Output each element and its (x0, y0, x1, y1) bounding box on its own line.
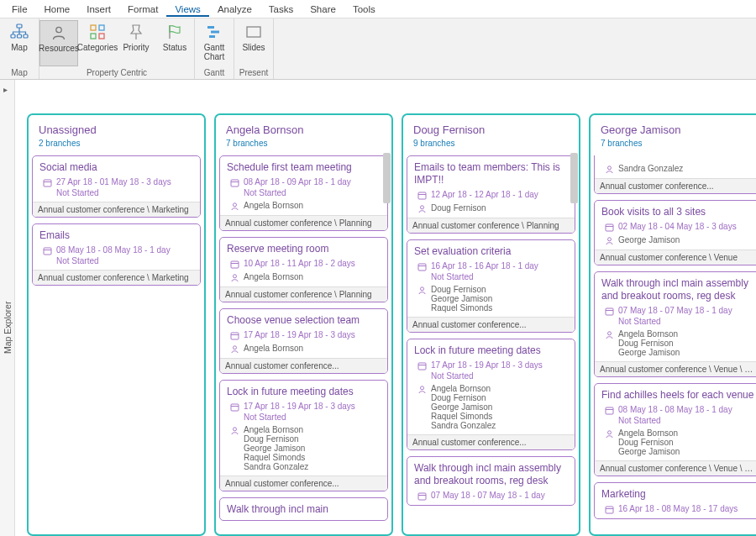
ribbon-btn-label: Status (163, 43, 186, 52)
menu-tasks[interactable]: Tasks (260, 2, 302, 17)
person-icon (50, 24, 68, 42)
column-branch-count[interactable]: 2 branches (39, 139, 194, 148)
map-icon (10, 23, 29, 41)
svg-rect-30 (418, 192, 426, 199)
card-date-row: 17 Apr 18 - 19 Apr 18 - 3 days (227, 402, 381, 412)
menu-share[interactable]: Share (302, 2, 344, 17)
person-icon (230, 344, 239, 354)
card-date: 12 Apr 18 - 12 Apr 18 - 1 day (431, 190, 538, 199)
task-card[interactable]: Find achilles heels for each venue08 May… (594, 383, 756, 476)
card-title: Reserve meeting room (227, 243, 381, 255)
task-card[interactable]: Set evaluation criteria16 Apr 18 - 16 Ap… (407, 239, 575, 333)
menu-insert[interactable]: Insert (78, 2, 119, 17)
menu-tools[interactable]: Tools (344, 2, 384, 17)
card-title: Find achilles heels for each venue (601, 389, 755, 402)
svg-rect-12 (209, 35, 215, 38)
task-card[interactable]: Walk through incl main (219, 497, 388, 521)
task-card[interactable]: Schedule first team meeting08 Apr 18 - 0… (219, 155, 388, 231)
ribbon: MapMapResourcesCategoriesPriorityStatusP… (0, 18, 756, 80)
calendar-icon (417, 491, 427, 501)
task-card[interactable]: Reserve meeting room10 Apr 18 - 11 Apr 1… (219, 237, 388, 302)
card-date: 08 May 18 - 08 May 18 - 1 day (618, 405, 732, 414)
card-people-row: Angela Bornson (227, 344, 381, 354)
card-breadcrumb: Annual customer conference... (220, 358, 387, 373)
scrollbar[interactable] (383, 153, 391, 203)
svg-point-35 (421, 287, 424, 291)
person-icon (605, 236, 614, 245)
column-title: Unassigned (39, 123, 194, 136)
card-date: 17 Apr 18 - 19 Apr 18 - 3 days (431, 360, 543, 370)
task-card[interactable]: Walk through incl main assembly and brea… (594, 271, 756, 377)
card-people: Angela BornsonDoug FernisonGeorge Jamiso… (618, 329, 680, 357)
calendar-icon (417, 191, 427, 200)
svg-rect-5 (91, 25, 96, 30)
column-doug-fernison: Doug Fernison9 branchesEmails to team me… (402, 113, 580, 536)
task-card[interactable]: Sandra GonzalezAnnual customer conferenc… (594, 155, 756, 194)
calendar-icon (605, 307, 614, 316)
task-card[interactable]: Emails08 May 18 - 08 May 18 - 1 dayNot S… (32, 223, 201, 286)
calendar-icon (417, 361, 427, 370)
calendar-icon (43, 178, 52, 187)
card-people-row: George Jamison (601, 235, 755, 245)
task-card[interactable]: Book visits to all 3 sites02 May 18 - 04… (594, 200, 756, 265)
card-title: Marketing (601, 488, 755, 501)
svg-rect-2 (18, 34, 22, 38)
card-breadcrumb: Annual customer conference \ Venue (595, 250, 756, 265)
calendar-icon (43, 246, 52, 255)
scrollbar[interactable] (570, 153, 578, 203)
card-date-row: 12 Apr 18 - 12 Apr 18 - 1 day (414, 190, 568, 200)
card-title: Walk through incl main (227, 503, 381, 516)
menu-file[interactable]: File (3, 2, 36, 17)
slide-icon (244, 23, 263, 41)
menu-format[interactable]: Format (119, 2, 166, 17)
menu-home[interactable]: Home (36, 2, 79, 17)
task-card[interactable]: Emails to team members: This is IMPT!!12… (407, 155, 575, 234)
person-icon (605, 330, 614, 339)
gantt-icon (205, 23, 223, 41)
svg-rect-45 (606, 308, 613, 315)
task-card[interactable]: Marketing16 Apr 18 - 08 May 18 - 17 days (594, 482, 756, 519)
svg-rect-39 (418, 493, 426, 500)
svg-rect-0 (17, 24, 22, 28)
chevron-right-icon[interactable]: ▸ (3, 85, 8, 94)
column-angela-bornson: Angela Bornson7 branchesSchedule first t… (214, 113, 393, 536)
card-date: 07 May 18 - 07 May 18 - 1 day (618, 306, 732, 315)
slides-button[interactable]: Slides (234, 20, 273, 66)
svg-point-20 (234, 203, 237, 207)
priority-button[interactable]: Priority (117, 20, 155, 66)
ribbon-btn-label: Priority (123, 43, 149, 52)
card-date-row: 17 Apr 18 - 19 Apr 18 - 3 days (227, 330, 381, 340)
status-button[interactable]: Status (155, 20, 194, 66)
card-date-row: 08 Apr 18 - 09 Apr 18 - 1 day (227, 177, 381, 187)
card-date: 08 Apr 18 - 09 Apr 18 - 1 day (244, 177, 351, 187)
task-card[interactable]: Choose venue selection team17 Apr 18 - 1… (219, 308, 388, 374)
card-date: 16 Apr 18 - 16 Apr 18 - 1 day (431, 261, 538, 271)
gantt-button[interactable]: Gantt Chart (195, 20, 234, 66)
column-branch-count[interactable]: 7 branches (601, 139, 756, 148)
column-title: Doug Fernison (413, 123, 569, 136)
ribbon-btn-label: Slides (242, 43, 265, 52)
task-card[interactable]: Lock in future meeting dates17 Apr 18 - … (219, 380, 388, 491)
svg-rect-1 (11, 34, 15, 38)
task-card[interactable]: Walk through incl main assembly and brea… (407, 456, 575, 506)
flag-icon (165, 23, 184, 41)
column-branch-count[interactable]: 9 branches (413, 139, 569, 148)
card-title: Schedule first team meeting (227, 161, 381, 174)
column-title: Angela Bornson (226, 123, 381, 136)
card-status: Not Started (227, 188, 381, 197)
resources-button[interactable]: Resources (39, 20, 78, 66)
svg-point-41 (608, 166, 612, 170)
column-branch-count[interactable]: 7 branches (226, 139, 381, 148)
menu-analyze[interactable]: Analyze (209, 2, 260, 17)
map-button[interactable]: Map (0, 20, 39, 66)
map-explorer-panel[interactable]: ▸ Map Explorer (0, 80, 15, 536)
card-status: Not Started (39, 188, 193, 197)
task-card[interactable]: Social media27 Apr 18 - 01 May 18 - 3 da… (32, 155, 201, 218)
categories-button[interactable]: Categories (78, 20, 117, 66)
card-date-row: 08 May 18 - 08 May 18 - 1 day (601, 405, 755, 415)
menu-views[interactable]: Views (166, 2, 208, 17)
card-title: Book visits to all 3 sites (601, 206, 755, 218)
card-date-row: 27 Apr 18 - 01 May 18 - 3 days (39, 177, 193, 187)
ribbon-group-map: MapMap (0, 18, 39, 79)
task-card[interactable]: Lock in future meeting dates17 Apr 18 - … (407, 339, 575, 450)
